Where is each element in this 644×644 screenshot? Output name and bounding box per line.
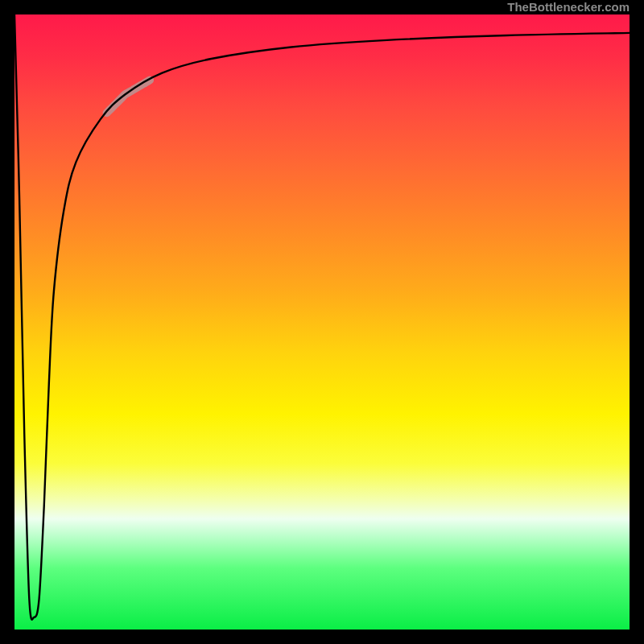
chart-canvas: TheBottlenecker.com <box>0 0 644 644</box>
bottleneck-curve <box>14 14 630 620</box>
plot-area <box>14 14 630 630</box>
attribution-label: TheBottlenecker.com <box>507 0 630 14</box>
curve-highlight <box>107 80 151 114</box>
curve-svg <box>14 14 630 630</box>
